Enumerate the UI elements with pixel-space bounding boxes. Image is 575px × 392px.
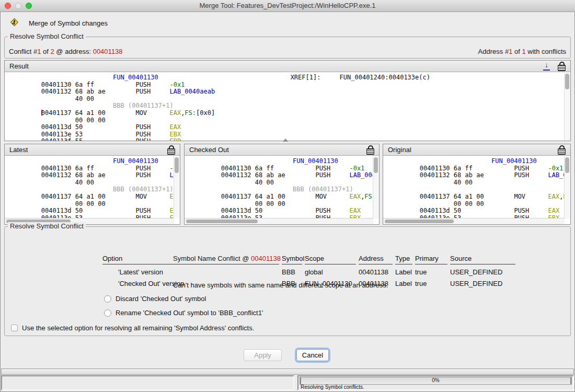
checkbox-label: Use the selected option for resolving al… xyxy=(22,324,254,332)
table-cell: global xyxy=(305,264,356,276)
listing-line: 0040113d 50 PUSH EAX xyxy=(191,207,379,215)
listing-line: 0040113e 53 PUSH EBX xyxy=(11,131,570,139)
use-for-all-checkbox-row[interactable]: Use the selected option for resolving al… xyxy=(11,324,254,332)
panel-title: Checked Out xyxy=(189,146,229,154)
table-header-cell: Type xyxy=(395,255,412,264)
radio-label: Rename 'Checked Out' symbol to 'BBB_conf… xyxy=(116,309,263,317)
checkbox-icon[interactable] xyxy=(11,325,18,331)
checked-out-assembly-listing: FUN_00401130 00401130 6a ff PUSH -0x1 00… xyxy=(185,156,379,218)
scrollbar-thumb[interactable] xyxy=(175,157,179,173)
listing-line: 00 00 00 xyxy=(11,201,180,208)
radio-button-icon[interactable] xyxy=(104,295,111,303)
table-header-cell: Address xyxy=(359,255,393,264)
table-cell: BBB xyxy=(282,276,302,287)
phase-label: Merge of Symbol changes xyxy=(29,19,108,27)
listing-line: 00401137 64 a1 00 MOV EAX,FS:[0x0] xyxy=(11,110,570,117)
listing-line: 0040113d 50 PUSH EAX xyxy=(11,207,180,215)
resolve-conflict-bottom-group: Resolve Symbol Conflict Symbol Name Conf… xyxy=(4,226,571,336)
table-cell: FUN_00401130 xyxy=(305,276,356,287)
lock-icon[interactable] xyxy=(558,65,566,71)
table-cell: USER_DEFINED xyxy=(450,276,515,287)
status-strip xyxy=(1,368,574,375)
table-cell: 00401138 xyxy=(359,264,393,276)
table-cell: Label xyxy=(395,264,412,276)
table-header-cell: Option xyxy=(102,255,279,264)
scrollbar-thumb[interactable] xyxy=(374,157,378,173)
listing-line: 00 00 00 xyxy=(389,201,570,208)
table-cell: 'Checked Out' version xyxy=(102,276,279,287)
listing-line: 40 00 xyxy=(11,179,180,187)
window-title: Merge Tool: Features_DevTestProject:/Win… xyxy=(0,2,575,9)
merge-road-icon xyxy=(9,17,19,29)
scrollbar-thumb[interactable] xyxy=(565,157,569,173)
progress-bar: 0% xyxy=(300,377,572,385)
listing-line: 00401132 68 ab ae PUSH LAB_0040aeab xyxy=(389,172,570,179)
table-cell: BBB xyxy=(282,264,302,276)
apply-to-result-icon[interactable]: ↓ xyxy=(543,62,550,71)
listing-line: 0040113d 50 PUSH EAX xyxy=(11,124,570,131)
group-title: Resolve Symbol Conflict xyxy=(8,32,86,40)
listing-line: 00401137 64 a1 00 MOV EAX,FS:[0x0] xyxy=(11,193,180,201)
radio-rename-checked-out[interactable]: Rename 'Checked Out' symbol to 'BBB_conf… xyxy=(104,309,263,317)
result-assembly-listing: FUN_00401130 XREF[1]: FUN_00401240:00401… xyxy=(5,73,570,141)
status-message-panel xyxy=(1,375,294,390)
listing-line: 40 00 xyxy=(389,179,570,187)
lock-icon[interactable] xyxy=(167,148,175,155)
group-title: Resolve Symbol Conflict xyxy=(8,222,86,230)
horizontal-scrollbar[interactable] xyxy=(185,218,373,224)
scrollbar-thumb[interactable] xyxy=(186,220,258,223)
table-header-cell: Primary xyxy=(415,255,447,264)
original-panel: Original FUN_00401130 00401130 6a ff PUS… xyxy=(383,144,571,225)
listing-line: 00401132 68 ab ae PUSH LAB_0040aeab xyxy=(11,88,570,96)
merge-phase-row: Merge of Symbol changes xyxy=(9,17,108,29)
listing-line: 0040113f 55 PUSH EBP xyxy=(11,138,570,141)
table-cell: true xyxy=(415,276,447,287)
lock-icon[interactable] xyxy=(558,148,566,155)
table-header-cell: Source xyxy=(450,255,515,264)
progress-percent: 0% xyxy=(432,377,439,383)
panel-title: Original xyxy=(388,146,411,154)
vertical-scrollbar[interactable] xyxy=(564,156,570,218)
listing-line: BBB (00401137+1) xyxy=(11,186,180,193)
listing-line: BBB (00401137+1) xyxy=(191,186,379,193)
listing-line: 0040113d 50 PUSH EAX xyxy=(389,207,570,215)
listing-line: 00 00 00 xyxy=(11,117,570,124)
lock-icon[interactable] xyxy=(366,148,374,155)
apply-button[interactable]: Apply xyxy=(244,349,282,361)
radio-discard-checked-out[interactable]: Discard 'Checked Out' symbol xyxy=(104,295,206,303)
vertical-scrollbar[interactable] xyxy=(174,156,180,218)
listing-line: FUN_00401130 xyxy=(11,158,180,165)
vertical-scrollbar[interactable] xyxy=(564,73,570,141)
checked-out-panel: Checked Out FUN_00401130 00401130 6a ff … xyxy=(184,144,380,225)
latest-assembly-listing: FUN_00401130 00401130 6a ff PUSH -0x1 00… xyxy=(5,156,180,218)
conflict-table: OptionSymbolScopeAddressTypePrimarySourc… xyxy=(102,255,515,287)
radio-button-icon[interactable] xyxy=(104,309,111,317)
table-cell: 'Latest' version xyxy=(102,264,279,276)
result-panel: Result ↓ FUN_00401130 XREF[1]: FUN_00401… xyxy=(4,60,571,141)
listing-line: 00401132 68 ab ae PUSH LAB_0040aeab xyxy=(191,172,379,179)
listing-line: FUN_00401130 xyxy=(389,158,570,165)
latest-panel-header: Latest xyxy=(5,144,180,156)
original-panel-header: Original xyxy=(383,144,570,156)
latest-panel: Latest FUN_00401130 00401130 6a ff PUSH … xyxy=(4,144,180,225)
address-counter: Address #1 of 1 with conflicts xyxy=(478,48,566,55)
cancel-button[interactable]: Cancel xyxy=(296,349,329,361)
vertical-scrollbar[interactable] xyxy=(373,156,379,218)
listing-line: 00401130 6a ff PUSH -0x1 xyxy=(191,165,379,172)
listing-line: 00401130 6a ff PUSH -0x1 xyxy=(11,165,180,172)
scrollbar-thumb[interactable] xyxy=(385,220,454,223)
listing-line: 00401137 64 a1 00 MOV EAX,FS:[0x0] xyxy=(191,193,379,201)
listing-line: FUN_00401130 xyxy=(191,158,379,165)
result-panel-header: Result ↓ xyxy=(5,61,570,72)
horizontal-scrollbar[interactable] xyxy=(383,218,565,224)
table-header-cell: Symbol xyxy=(282,255,302,264)
listing-line: FUN_00401130 XREF[1]: FUN_00401240:00401… xyxy=(11,74,570,82)
merge-tool-window: Merge Tool: Features_DevTestProject:/Win… xyxy=(0,0,575,392)
scrollbar-thumb[interactable] xyxy=(565,74,569,89)
splitter-handle-icon[interactable] xyxy=(283,139,288,142)
table-header-cell: Scope xyxy=(305,255,356,264)
panel-title: Latest xyxy=(9,146,28,154)
table-cell: USER_DEFINED xyxy=(450,264,515,276)
table-cell: Label xyxy=(395,276,412,287)
progress-panel: 0% Resolving Symbol conflicts. xyxy=(297,375,574,390)
